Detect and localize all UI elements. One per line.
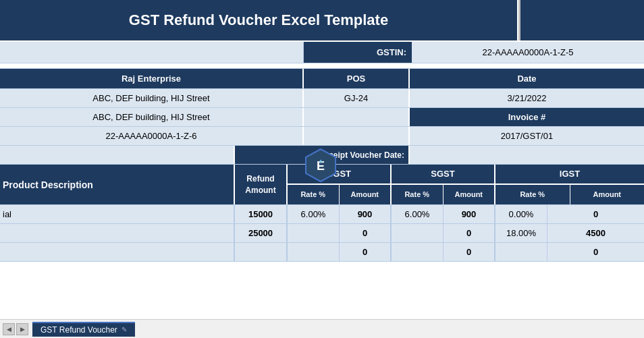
table-row: ial 15000 6.00% 900 6.00% 900 0.00% 0	[0, 205, 644, 224]
document-title: GST Refund Voucher Excel Template	[0, 0, 518, 40]
row3-cgst-rate	[288, 243, 340, 261]
th-product: Product Description	[0, 165, 235, 204]
sgst-sub-headers: Rate % Amount	[392, 185, 494, 204]
blank-large-cell	[0, 146, 235, 164]
row3-product	[0, 243, 235, 261]
date-header: Date	[410, 69, 644, 88]
cgst-amount-header: Amount	[340, 185, 391, 204]
igst-label: IGST	[495, 165, 644, 185]
row2-sgst-amount: 0	[444, 224, 495, 242]
spreadsheet-wrapper: GST Refund Voucher Excel Template GSTIN:…	[0, 0, 644, 319]
row1-igst-rate: 0.00%	[495, 205, 547, 223]
gstin-label: GSTIN:	[304, 42, 412, 63]
sgst-amount-header: Amount	[444, 185, 495, 204]
spreadsheet-container: GST Refund Voucher Excel Template GSTIN:…	[0, 0, 644, 338]
tab-bar: ◀ ▶ GST Refund Voucher ✎	[0, 319, 644, 338]
tab-nav-left[interactable]: ◀	[3, 323, 15, 335]
th-refund: Refund Amount	[235, 165, 288, 204]
active-tab[interactable]: GST Refund Voucher ✎	[32, 322, 135, 337]
pos-blank-cell2	[304, 127, 410, 145]
row1-refund: 15000	[235, 205, 288, 223]
igst-amount-header: Amount	[570, 185, 645, 204]
pos-value-cell: GJ-24	[304, 89, 410, 107]
invoice-label-cell: Invoice #	[410, 108, 644, 126]
row2-cgst-amount: 0	[340, 224, 392, 242]
receipt-value-cell	[410, 146, 644, 164]
row3-cgst-amount: 0	[340, 243, 392, 261]
sgst-label: SGST	[392, 165, 494, 185]
gstin-empty-left	[0, 42, 304, 63]
company-name-header: Raj Enterprise	[0, 69, 304, 88]
tab-edit-icon: ✎	[122, 326, 127, 333]
row1-cgst-rate: 6.00%	[288, 205, 340, 223]
gstin-value: 22-AAAAA0000A-1-Z-5	[412, 42, 644, 63]
table-row: 0 0 0	[0, 243, 644, 262]
row2-product	[0, 224, 235, 242]
info-row-2: ABC, DEF building, HIJ Street Invoice #	[0, 108, 644, 127]
info-header-row: Raj Enterprise POS Date	[0, 69, 644, 89]
cgst-sub-headers: Rate % Amount	[288, 185, 390, 204]
info-row-4: Receipt Voucher Date:	[0, 146, 644, 165]
address2-cell: ABC, DEF building, HIJ Street	[0, 108, 304, 126]
table-row: 25000 0 0 18.00% 4500	[0, 224, 644, 243]
row1-product: ial	[0, 205, 235, 223]
row1-sgst-rate: 6.00%	[392, 205, 444, 223]
gstin-row-inner: GSTIN: 22-AAAAA0000A-1-Z-5	[0, 42, 644, 63]
th-cgst-group: CGST Rate % Amount	[288, 165, 392, 204]
row3-refund	[235, 243, 288, 261]
th-sgst-group: SGST Rate % Amount	[392, 165, 495, 204]
address1-cell: ABC, DEF building, HIJ Street	[0, 89, 304, 107]
row2-refund: 25000	[235, 224, 288, 242]
row2-igst-amount: 4500	[547, 224, 644, 242]
row2-sgst-rate	[392, 224, 444, 242]
row2-igst-rate: 18.00%	[495, 224, 547, 242]
date-value-cell: 3/21/2022	[410, 89, 644, 107]
separator-row	[0, 63, 644, 69]
row2-cgst-rate	[288, 224, 340, 242]
row1-cgst-amount: 900	[340, 205, 392, 223]
row3-igst-amount: 0	[547, 243, 644, 261]
row3-igst-rate	[495, 243, 547, 261]
title-side	[518, 0, 644, 40]
th-igst-group: IGST Rate % Amount	[495, 165, 644, 204]
tab-nav-right[interactable]: ▶	[16, 323, 28, 335]
row1-igst-amount: 0	[547, 205, 644, 223]
cgst-rate-header: Rate %	[288, 185, 340, 204]
igst-rate-header: Rate %	[495, 185, 570, 204]
info-row-3: 22-AAAAA0000A-1-Z-6 2017/GST/01	[0, 127, 644, 146]
row1-sgst-amount: 900	[444, 205, 495, 223]
info-row-1: ABC, DEF building, HIJ Street GJ-24 3/21…	[0, 89, 644, 108]
pos-blank-cell	[304, 108, 410, 126]
table-header: Product Description Refund Amount CGST R…	[0, 165, 644, 205]
row3-sgst-rate	[392, 243, 444, 261]
cgst-label: CGST	[288, 165, 390, 185]
row3-sgst-amount: 0	[444, 243, 495, 261]
sgst-rate-header: Rate %	[392, 185, 444, 204]
gstin-local-cell: 22-AAAAA0000A-1-Z-6	[0, 127, 304, 145]
gstin-row: GSTIN: 22-AAAAA0000A-1-Z-5	[0, 42, 644, 63]
invoice-value-cell: 2017/GST/01	[410, 127, 644, 145]
igst-sub-headers: Rate % Amount	[495, 185, 644, 204]
receipt-label-cell: Receipt Voucher Date:	[235, 146, 410, 164]
title-row: GST Refund Voucher Excel Template	[0, 0, 644, 42]
pos-header: POS	[304, 69, 410, 88]
